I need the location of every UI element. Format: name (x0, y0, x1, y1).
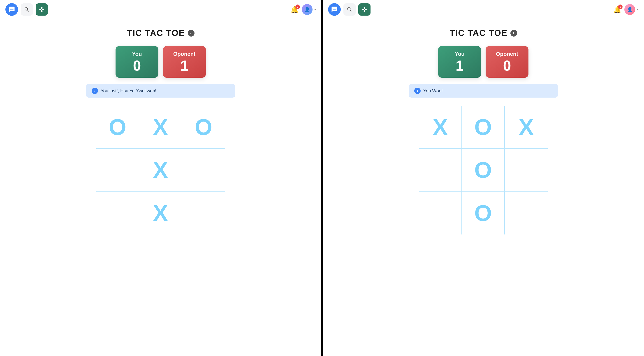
right-status-text: You Won! (423, 88, 443, 94)
left-avatar: 👤 (302, 4, 312, 15)
left-you-score: 0 (133, 59, 141, 73)
right-you-label: You (455, 51, 464, 57)
left-header-left (6, 3, 288, 16)
right-logo-button[interactable] (328, 3, 341, 16)
right-status-info-icon: i (414, 88, 420, 94)
right-header-right: 0 🔔 👤 ▾ (613, 4, 638, 15)
left-cell-8[interactable] (182, 192, 225, 235)
right-info-icon[interactable]: i (510, 30, 517, 37)
left-cell-0[interactable]: O (96, 106, 139, 149)
left-cell-1[interactable]: X (139, 106, 182, 149)
left-panel: 0 🔔 👤 ▾ TIC TAC TOE i You 0 Oponent 1 (0, 0, 321, 356)
right-notif-badge: 0 (618, 5, 622, 9)
search-icon (24, 7, 30, 13)
left-status-info-icon: i (92, 88, 98, 94)
left-game-title: TIC TAC TOE i (127, 28, 194, 38)
left-cell-5[interactable] (182, 149, 225, 192)
right-cell-0[interactable]: X (419, 106, 462, 149)
right-game-title: TIC TAC TOE i (450, 28, 517, 38)
left-logo-button[interactable] (6, 3, 18, 16)
left-you-card: You 0 (116, 46, 158, 78)
right-cell-5[interactable] (505, 149, 548, 192)
left-you-label: You (132, 51, 142, 57)
left-game-button[interactable] (36, 4, 48, 16)
left-status-text: You lost!, Hsu Ye Ywel won! (101, 88, 156, 94)
right-panel: 0 🔔 👤 ▾ TIC TAC TOE i You 1 Oponent 0 (323, 0, 644, 356)
left-info-icon[interactable]: i (188, 30, 194, 37)
right-game-button[interactable] (358, 4, 370, 16)
left-header: 0 🔔 👤 ▾ (0, 0, 321, 19)
left-avatar-wrap[interactable]: 👤 ▾ (302, 4, 316, 15)
right-avatar: 👤 (624, 4, 635, 15)
left-notif-badge: 0 (295, 5, 300, 9)
right-content: TIC TAC TOE i You 1 Oponent 0 i You Won!… (323, 19, 644, 356)
game-icon-right (362, 7, 367, 13)
right-header: 0 🔔 👤 ▾ (323, 0, 644, 19)
left-score-row: You 0 Oponent 1 (116, 46, 206, 78)
left-opponent-card: Oponent 1 (163, 46, 206, 78)
left-opponent-label: Oponent (173, 51, 196, 57)
right-cell-3[interactable] (419, 149, 462, 192)
right-cell-7[interactable]: O (462, 192, 505, 235)
right-opponent-card: Oponent 0 (486, 46, 528, 78)
right-search-button[interactable] (344, 4, 356, 16)
right-cell-6[interactable] (419, 192, 462, 235)
chat-icon-right (331, 6, 338, 13)
right-status-banner: i You Won! (409, 84, 558, 98)
right-opponent-label: Oponent (496, 51, 518, 57)
game-icon (39, 7, 45, 13)
left-cell-2[interactable]: O (182, 106, 225, 149)
right-cell-1[interactable]: O (462, 106, 505, 149)
left-search-button[interactable] (21, 4, 33, 16)
left-chevron-down-icon: ▾ (314, 8, 316, 11)
right-cell-8[interactable] (505, 192, 548, 235)
right-score-row: You 1 Oponent 0 (438, 46, 528, 78)
left-cell-7[interactable]: X (139, 192, 182, 235)
right-avatar-wrap[interactable]: 👤 ▾ (624, 4, 638, 15)
right-opponent-score: 0 (503, 59, 511, 73)
right-notification[interactable]: 0 🔔 (613, 6, 621, 13)
search-icon-right (346, 7, 352, 13)
left-content: TIC TAC TOE i You 0 Oponent 1 i You lost… (0, 19, 321, 356)
right-header-left (328, 3, 610, 16)
chat-icon (8, 6, 15, 13)
left-cell-3[interactable] (96, 149, 139, 192)
right-cell-2[interactable]: X (505, 106, 548, 149)
right-chevron-down-icon: ▾ (637, 8, 638, 11)
left-opponent-score: 1 (180, 59, 188, 73)
left-notification[interactable]: 0 🔔 (291, 6, 298, 13)
left-board: OXOXX (96, 106, 225, 235)
right-cell-4[interactable]: O (462, 149, 505, 192)
right-board: XOXOO (419, 106, 548, 235)
left-status-banner: i You lost!, Hsu Ye Ywel won! (86, 84, 235, 98)
right-you-score: 1 (456, 59, 464, 73)
left-cell-6[interactable] (96, 192, 139, 235)
right-you-card: You 1 (438, 46, 481, 78)
left-cell-4[interactable]: X (139, 149, 182, 192)
left-header-right: 0 🔔 👤 ▾ (291, 4, 316, 15)
